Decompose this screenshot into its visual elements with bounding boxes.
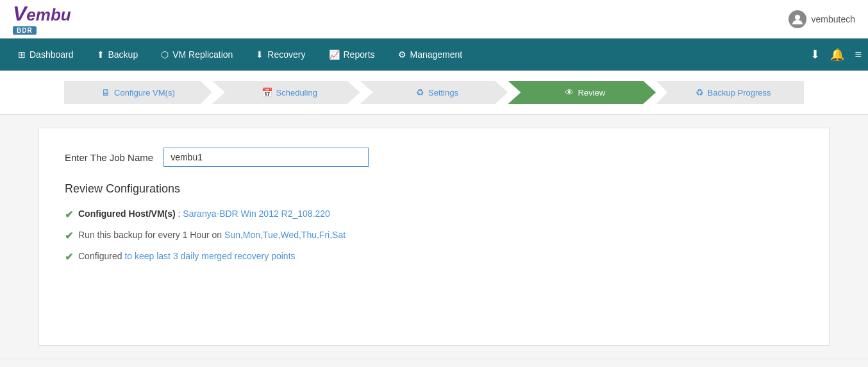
logo-v: V xyxy=(13,3,26,24)
config-recovery-value: to keep last 3 daily merged recovery poi… xyxy=(124,251,295,261)
config-list: ✔ Configured Host/VM(s) : Saranya-BDR Wi… xyxy=(65,209,803,263)
config-schedule-prefix: Run this backup for every 1 Hour on xyxy=(78,230,224,240)
backup-progress-icon: ♻ xyxy=(696,87,704,98)
job-name-row: Enter The Job Name xyxy=(65,148,803,167)
step-scheduling-label: Scheduling xyxy=(276,88,317,98)
svg-point-0 xyxy=(795,15,800,20)
nav-dashboard[interactable]: ⊞ Dashboard xyxy=(6,40,85,69)
main-content: Enter The Job Name Review Configurations… xyxy=(38,128,830,346)
vm-replication-icon: ⬡ xyxy=(161,49,169,60)
config-host-label: Configured Host/VM(s) : Saranya-BDR Win … xyxy=(78,209,330,219)
backup-icon: ⬆ xyxy=(97,49,104,60)
config-host-value: Saranya-BDR Win 2012 R2_108.220 xyxy=(183,209,330,219)
footer-buttons: Previous Next xyxy=(0,359,868,367)
step-configure-vms-label: Configure VM(s) xyxy=(114,88,175,98)
job-name-label: Enter The Job Name xyxy=(65,152,153,163)
config-item-schedule: ✔ Run this backup for every 1 Hour on Su… xyxy=(65,230,803,242)
check-icon-3: ✔ xyxy=(65,251,73,263)
user-avatar-icon xyxy=(789,10,806,28)
logo: V embu BDR xyxy=(13,3,71,35)
nav-recovery-label: Recovery xyxy=(267,49,305,60)
nav-backup-label: Backup xyxy=(108,49,138,60)
config-host-bold: Configured Host/VM(s) xyxy=(78,209,176,219)
settings-icon: ♻ xyxy=(416,87,424,98)
step-settings[interactable]: ♻ Settings xyxy=(360,81,508,104)
wizard-steps: 🖥 Configure VM(s) 📅 Scheduling ♻ Setting… xyxy=(0,71,868,115)
nav-items: ⊞ Dashboard ⬆ Backup ⬡ VM Replication ⬇ … xyxy=(6,40,810,69)
nav-management[interactable]: ⚙ Management xyxy=(387,40,474,69)
management-icon: ⚙ xyxy=(398,49,406,60)
check-icon-2: ✔ xyxy=(65,230,73,242)
review-title: Review Configurations xyxy=(65,182,803,196)
menu-icon[interactable]: ≡ xyxy=(855,48,862,62)
content-area: Enter The Job Name Review Configurations… xyxy=(0,115,868,359)
nav-reports[interactable]: 📈 Reports xyxy=(317,40,387,69)
nav-dashboard-label: Dashboard xyxy=(29,49,74,60)
step-configure-vms[interactable]: 🖥 Configure VM(s) xyxy=(64,81,212,104)
user-area[interactable]: vembutech xyxy=(789,10,855,28)
step-review[interactable]: 👁 Review xyxy=(508,81,656,104)
nav-actions: ⬇ 🔔 ≡ xyxy=(810,47,862,62)
configure-vms-icon: 🖥 xyxy=(101,87,110,98)
bell-icon[interactable]: 🔔 xyxy=(830,47,844,62)
step-review-label: Review xyxy=(578,88,605,98)
dashboard-icon: ⊞ xyxy=(18,49,26,60)
nav-management-label: Management xyxy=(410,49,463,60)
config-recovery-prefix: Configured xyxy=(78,251,124,261)
download-icon[interactable]: ⬇ xyxy=(810,47,820,62)
step-settings-label: Settings xyxy=(428,88,458,98)
job-name-input[interactable] xyxy=(163,148,369,167)
config-item-recovery: ✔ Configured to keep last 3 daily merged… xyxy=(65,251,803,263)
reports-icon: 📈 xyxy=(329,49,340,60)
config-item-host: ✔ Configured Host/VM(s) : Saranya-BDR Wi… xyxy=(65,209,803,221)
top-header: V embu BDR vembutech xyxy=(0,0,868,38)
bdr-badge: BDR xyxy=(13,26,37,35)
step-scheduling[interactable]: 📅 Scheduling xyxy=(212,81,360,104)
config-schedule-days: Sun,Mon,Tue,Wed,Thu,Fri,Sat xyxy=(224,230,346,240)
nav-recovery[interactable]: ⬇ Recovery xyxy=(244,40,317,69)
step-backup-progress-label: Backup Progress xyxy=(708,88,771,98)
nav-vm-replication[interactable]: ⬡ VM Replication xyxy=(149,40,244,69)
config-schedule-text: Run this backup for every 1 Hour on Sun,… xyxy=(78,230,346,240)
user-name: vembutech xyxy=(812,14,855,24)
check-icon-1: ✔ xyxy=(65,209,73,221)
logo-embu: embu xyxy=(26,5,71,25)
config-recovery-text: Configured to keep last 3 daily merged r… xyxy=(78,251,296,261)
nav-backup[interactable]: ⬆ Backup xyxy=(85,40,150,69)
nav-bar: ⊞ Dashboard ⬆ Backup ⬡ VM Replication ⬇ … xyxy=(0,38,868,71)
review-icon: 👁 xyxy=(565,87,574,98)
scheduling-icon: 📅 xyxy=(262,87,272,98)
nav-reports-label: Reports xyxy=(344,49,375,60)
recovery-icon: ⬇ xyxy=(256,49,263,60)
step-backup-progress[interactable]: ♻ Backup Progress xyxy=(656,81,804,104)
nav-vm-replication-label: VM Replication xyxy=(172,49,233,60)
